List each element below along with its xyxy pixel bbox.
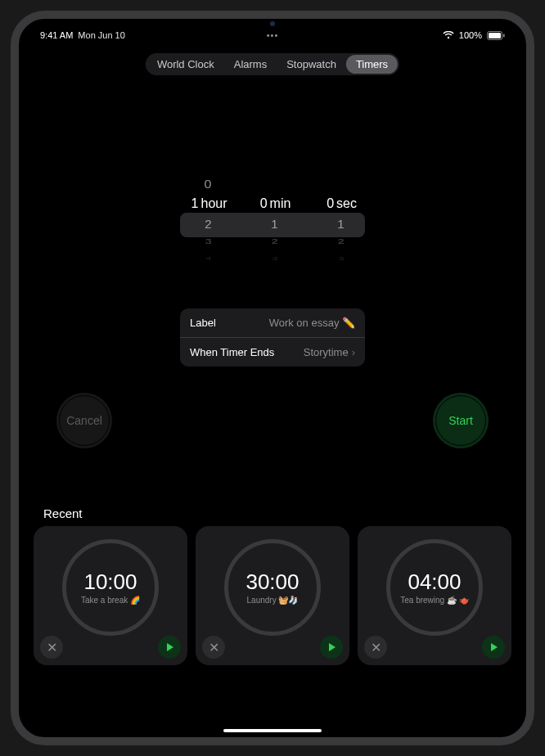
picker-seconds-below-0: 1: [331, 217, 345, 230]
tab-stopwatch[interactable]: Stopwatch: [277, 55, 346, 74]
recent-timer-label: Tea brewing ☕️ 🫖: [400, 596, 468, 605]
timer-ring-icon: 30:00 Laundry 🧺🧦: [224, 539, 321, 636]
close-icon: ✕: [47, 640, 57, 655]
battery-icon: [487, 31, 505, 40]
start-recent-button[interactable]: [158, 636, 181, 659]
start-button[interactable]: Start: [433, 393, 489, 448]
picker-minutes-unit: min: [270, 196, 291, 211]
battery-percentage: 100%: [459, 30, 482, 40]
svg-rect-2: [503, 34, 505, 37]
recent-timer-card[interactable]: 10:00 Take a break 🌈 ✕: [34, 526, 187, 665]
status-time: 9:41 AM: [40, 30, 73, 40]
close-icon: ✕: [371, 640, 381, 655]
picker-hours-above-0: 0: [199, 178, 212, 191]
setting-label-key: Label: [190, 317, 216, 329]
recent-timer-time: 04:00: [408, 569, 461, 595]
delete-recent-button[interactable]: ✕: [364, 636, 387, 659]
setting-row-when-timer-ends[interactable]: When Timer Ends Storytime ›: [180, 337, 365, 367]
close-icon: ✕: [209, 640, 219, 655]
picker-hours-column[interactable]: 0 1 hour 2 3 4: [174, 174, 238, 272]
picker-hours-below-0: 2: [199, 217, 212, 230]
timer-ring-icon: 04:00 Tea brewing ☕️ 🫖: [386, 539, 483, 636]
cancel-button-label: Cancel: [66, 414, 102, 427]
recent-timers-row: 10:00 Take a break 🌈 ✕ 30:00 Laundry 🧺🧦 …: [34, 526, 511, 665]
camera-dot: [270, 21, 275, 26]
setting-row-label[interactable]: Label Work on essay ✏️: [180, 308, 365, 337]
picker-seconds-below-2: 3: [331, 255, 345, 261]
status-date: Mon Jun 10: [78, 30, 124, 40]
picker-minutes-below-1: 2: [265, 236, 278, 245]
recent-section-title: Recent: [43, 506, 83, 520]
start-button-label: Start: [448, 414, 473, 427]
start-recent-button[interactable]: [320, 636, 343, 659]
wifi-icon: [443, 31, 454, 39]
picker-seconds-selected: 0: [321, 196, 334, 211]
multitask-dots-icon[interactable]: •••: [267, 30, 279, 40]
recent-timer-time: 30:00: [245, 569, 299, 595]
recent-timer-time: 10:00: [83, 569, 137, 595]
chevron-right-icon: ›: [352, 346, 355, 358]
setting-ends-key: When Timer Ends: [190, 346, 274, 358]
clock-mode-segmented-control[interactable]: World Clock Alarms Stopwatch Timers: [146, 53, 399, 75]
recent-timer-card[interactable]: 30:00 Laundry 🧺🧦 ✕: [196, 526, 349, 665]
setting-ends-value: Storytime: [304, 346, 349, 358]
picker-hours-below-2: 4: [199, 255, 212, 261]
recent-timer-label: Laundry 🧺🧦: [247, 596, 299, 605]
play-icon: [491, 643, 498, 651]
tab-world-clock[interactable]: World Clock: [147, 55, 224, 74]
timer-settings-list: Label Work on essay ✏️ When Timer Ends S…: [180, 308, 365, 367]
home-indicator[interactable]: [223, 729, 322, 732]
picker-hours-selected: 1: [185, 196, 198, 211]
picker-seconds-unit: sec: [336, 196, 357, 211]
picker-minutes-column[interactable]: 0 min 1 2 3: [241, 174, 304, 272]
setting-label-value: Work on essay ✏️: [269, 317, 355, 329]
picker-seconds-column[interactable]: 0 sec 1 2 3: [307, 174, 371, 272]
duration-picker[interactable]: 0 1 hour 2 3 4 0 min 1 2 3 0 sec 1 2 3: [174, 174, 371, 272]
delete-recent-button[interactable]: ✕: [40, 636, 63, 659]
picker-hours-unit: hour: [200, 196, 227, 211]
picker-seconds-below-1: 2: [331, 236, 345, 245]
play-icon: [167, 643, 173, 651]
recent-timer-label: Take a break 🌈: [81, 596, 140, 605]
tab-timers[interactable]: Timers: [346, 55, 398, 74]
cancel-button[interactable]: Cancel: [56, 393, 112, 448]
picker-hours-below-1: 3: [199, 236, 212, 245]
recent-timer-card[interactable]: 04:00 Tea brewing ☕️ 🫖 ✕: [358, 526, 511, 665]
delete-recent-button[interactable]: ✕: [202, 636, 225, 659]
ipad-device-frame: 9:41 AM Mon Jun 10 100% ••• World Clock …: [11, 11, 534, 745]
picker-minutes-below-2: 3: [265, 255, 278, 261]
picker-minutes-below-0: 1: [265, 217, 278, 230]
start-recent-button[interactable]: [482, 636, 505, 659]
timer-ring-icon: 10:00 Take a break 🌈: [62, 539, 159, 636]
tab-alarms[interactable]: Alarms: [224, 55, 277, 74]
svg-rect-1: [489, 33, 501, 38]
picker-minutes-selected: 0: [254, 196, 268, 211]
play-icon: [329, 643, 336, 651]
